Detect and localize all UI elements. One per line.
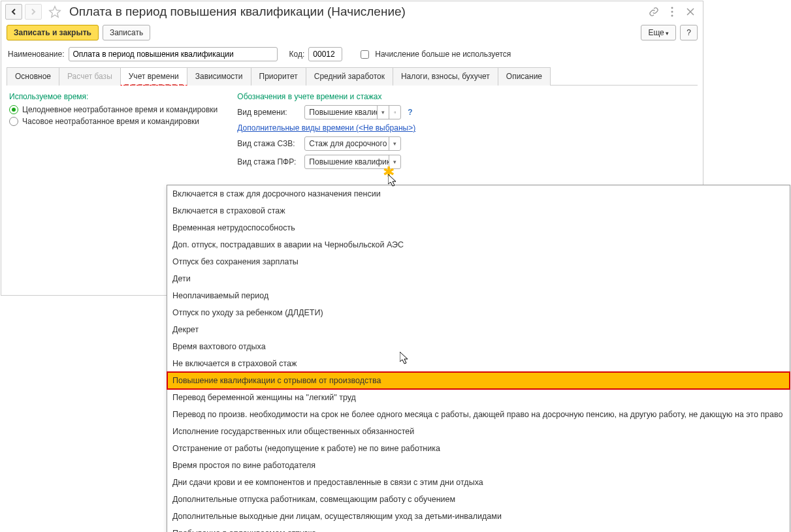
titlebar: Оплата в период повышения квалификации (…: [1, 1, 703, 23]
pfr-dropdown-list[interactable]: Включается в стаж для досрочного назначе…: [167, 185, 790, 532]
titlebar-actions: [648, 6, 696, 18]
link-icon[interactable]: [648, 6, 660, 18]
toolbar: Записать и закрыть Записать Еще ?: [1, 23, 703, 46]
svg-point-1: [671, 11, 673, 13]
row-pfr: Вид стажа ПФР: Повышение квалифика ▾: [237, 155, 415, 169]
name-label: Наименование:: [8, 50, 65, 59]
save-button[interactable]: Записать: [103, 25, 150, 40]
tab-body: Используемое время: Целодневное неотрабо…: [1, 86, 703, 180]
dropdown-item[interactable]: Пребывание в оплачиваемом отпуске: [167, 525, 790, 532]
svg-point-2: [671, 15, 673, 17]
dropdown-item[interactable]: Дни сдачи крови и ее компонентов и предо…: [167, 474, 790, 491]
chevron-down-icon[interactable]: ▾: [389, 137, 400, 150]
chevron-down-icon[interactable]: ▾: [377, 106, 389, 119]
more-button[interactable]: Еще: [641, 25, 676, 40]
dropdown-item[interactable]: Дети: [167, 270, 790, 287]
dropdown-item[interactable]: Декрет: [167, 321, 790, 338]
dropdown-item[interactable]: Дополнительные выходные дни лицам, осуще…: [167, 508, 790, 525]
left-column: Используемое время: Целодневное неотрабо…: [9, 92, 218, 173]
radio-row-fullday[interactable]: Целодневное неотработанное время и коман…: [9, 105, 218, 114]
dropdown-item[interactable]: Время вахтового отдыха: [167, 338, 790, 355]
dropdown-item[interactable]: Включается в стаж для досрочного назначе…: [167, 185, 790, 202]
nav-back-button[interactable]: [5, 4, 22, 20]
dropdown-item[interactable]: Включается в страховой стаж: [167, 202, 790, 219]
szv-combo[interactable]: Стаж для досрочного на ▾: [304, 136, 401, 151]
unused-checkbox[interactable]: [361, 50, 369, 59]
radio-fullday-label: Целодневное неотработанное время и коман…: [22, 105, 218, 114]
additional-time-link[interactable]: Дополнительные виды времени (<Не выбраны…: [237, 123, 415, 133]
nav-forward-button[interactable]: [25, 4, 42, 20]
dropdown-item[interactable]: Перевод беременной женщины на "легкий" т…: [167, 389, 790, 406]
tab-time[interactable]: Учет времени: [120, 67, 187, 86]
tab-main[interactable]: Основное: [7, 67, 59, 86]
save-and-close-button[interactable]: Записать и закрыть: [7, 25, 99, 40]
tabs: Основное Расчет базы Учет времени Зависи…: [7, 67, 698, 86]
pfr-combo[interactable]: Повышение квалифика ▾: [304, 155, 401, 169]
unused-label: Начисление больше не используется: [375, 50, 511, 59]
row-szv: Вид стажа СЗВ: Стаж для досрочного на ▾: [237, 136, 415, 151]
szv-value: Стаж для досрочного на: [305, 139, 389, 148]
szv-label: Вид стажа СЗВ:: [237, 139, 299, 148]
vid-vremeni-combo[interactable]: Повышение квалифика ▾ ▫: [304, 105, 401, 119]
form-header-row: Наименование: Код: Начисление больше не …: [1, 46, 703, 67]
tab-deps[interactable]: Зависимости: [187, 67, 251, 86]
chevron-down-icon[interactable]: ▾: [389, 155, 400, 168]
right-column: Обозначения в учете времени и стажах Вид…: [237, 92, 415, 173]
row-vid-vremeni: Вид времени: Повышение квалифика ▾ ▫ ?: [237, 105, 415, 119]
dropdown-item[interactable]: Дополнительные отпуска работникам, совме…: [167, 491, 790, 508]
radio-fullday[interactable]: [9, 105, 18, 114]
vid-vremeni-value: Повышение квалифика: [305, 108, 377, 117]
code-label: Код:: [289, 50, 305, 59]
dropdown-item[interactable]: Отстранение от работы (недопущение к раб…: [167, 440, 790, 457]
tab-desc[interactable]: Описание: [498, 67, 551, 86]
pfr-value: Повышение квалифика: [305, 157, 389, 166]
help-icon[interactable]: ?: [408, 108, 412, 117]
dropdown-item[interactable]: Время простоя по вине работодателя: [167, 457, 790, 474]
tab-base[interactable]: Расчет базы: [59, 67, 121, 86]
pfr-label: Вид стажа ПФР:: [237, 157, 299, 166]
kebab-menu-icon[interactable]: [666, 6, 678, 18]
radio-row-hourly[interactable]: Часовое неотработанное время и командиро…: [9, 117, 218, 126]
dropdown-item[interactable]: Доп. отпуск, пострадавших в аварии на Че…: [167, 236, 790, 253]
tab-priority[interactable]: Приоритет: [251, 67, 306, 86]
svg-point-0: [671, 7, 673, 9]
dropdown-item[interactable]: Отпуск без сохранения зарплаты: [167, 253, 790, 270]
dropdown-item[interactable]: Неоплачиваемый период: [167, 287, 790, 304]
used-time-title: Используемое время:: [9, 92, 218, 101]
close-icon[interactable]: [685, 6, 696, 18]
code-input[interactable]: [308, 47, 342, 61]
dropdown-item[interactable]: Перевод по произв. необходимости на срок…: [167, 406, 790, 423]
tab-avg[interactable]: Средний заработок: [306, 67, 393, 86]
radio-hourly[interactable]: [9, 117, 18, 126]
help-button[interactable]: ?: [680, 25, 698, 40]
row-dop-link: Дополнительные виды времени (<Не выбраны…: [237, 123, 415, 133]
dropdown-item[interactable]: Не включается в страховой стаж: [167, 355, 790, 372]
designations-title: Обозначения в учете времени и стажах: [237, 92, 415, 101]
tab-tax[interactable]: Налоги, взносы, бухучет: [393, 67, 498, 86]
vid-vremeni-label: Вид времени:: [237, 108, 299, 117]
dropdown-item[interactable]: Повышение квалификации с отрывом от прои…: [167, 372, 790, 389]
window-title: Оплата в период повышения квалификации (…: [69, 5, 645, 19]
dropdown-item[interactable]: Временная нетрудоспособность: [167, 219, 790, 236]
favorite-star-icon[interactable]: [47, 4, 63, 20]
radio-hourly-label: Часовое неотработанное время и командиро…: [22, 117, 199, 126]
open-ref-icon[interactable]: ▫: [389, 106, 400, 119]
name-input[interactable]: [69, 47, 278, 61]
dropdown-item[interactable]: Отпуск по уходу за ребенком (ДЛДЕТИ): [167, 304, 790, 321]
dropdown-item[interactable]: Исполнение государственных или обществен…: [167, 423, 790, 440]
